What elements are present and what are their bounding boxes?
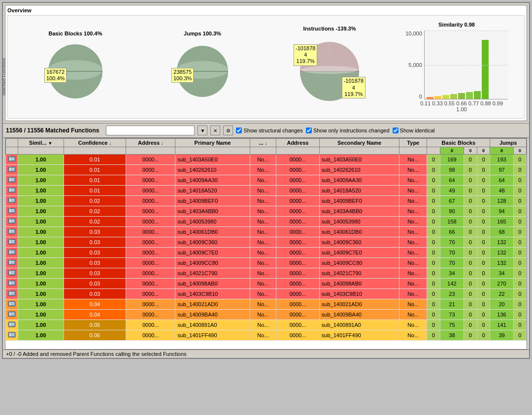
- address1-cell: 0000...: [126, 330, 175, 341]
- conf-cell: 0.02: [64, 206, 126, 217]
- settings-button[interactable]: ⚙: [223, 126, 233, 135]
- table-row[interactable]: 1.000.010000...sub_1403A50E0No...0000...…: [6, 155, 527, 165]
- svg-rect-13: [12, 159, 14, 160]
- instructions-changed-checkbox[interactable]: [306, 128, 312, 133]
- address2-cell: 0000...: [276, 155, 320, 165]
- address2-cell: 0000...: [276, 258, 320, 268]
- address1-cell: 0000...: [126, 227, 175, 237]
- table-row[interactable]: 1.000.060000...sub_1401FF490No...0000...…: [6, 330, 527, 341]
- bb-cell-0: 0: [427, 279, 440, 289]
- bb-cell-3: 0: [477, 248, 490, 258]
- table-row[interactable]: 1.000.020000...sub_1403A4BB0No...0000...…: [6, 206, 527, 217]
- col-jumps[interactable]: Jumps: [490, 139, 527, 147]
- table-row[interactable]: 1.000.030000...sub_14009C360No...0000...…: [6, 237, 527, 248]
- table-row[interactable]: 1.000.010000...sub_14018A520No...0000...…: [6, 186, 527, 196]
- table-row[interactable]: 1.000.020000...sub_140053980No...0000...…: [6, 217, 527, 227]
- sim-cell: 1.00: [18, 248, 64, 258]
- jumps-label: 238575 100.3%: [171, 68, 194, 83]
- show-identical-label[interactable]: Show identical: [393, 128, 435, 133]
- y-label-mid: 5,000: [405, 62, 422, 68]
- bb-cell-1: 23: [440, 289, 464, 299]
- clear-button[interactable]: ✕: [210, 126, 220, 135]
- table-container[interactable]: Simil... ▼ Confidence ↓ Address ↓ Primar…: [5, 138, 527, 350]
- address1-cell: 0000...: [126, 279, 175, 289]
- address2-cell: 0000...: [276, 310, 320, 320]
- structural-changes-checkbox[interactable]: [236, 128, 242, 133]
- row-icon-cell: [6, 248, 18, 258]
- show-identical-checkbox[interactable]: [393, 128, 399, 133]
- bb-cell-2: 0: [464, 237, 477, 248]
- sim-cell: 1.00: [18, 227, 64, 237]
- svg-rect-97: [12, 333, 14, 334]
- table-row[interactable]: 1.000.010000...sub_140262610No...0000...…: [6, 165, 527, 175]
- svg-rect-96: [9, 333, 11, 336]
- structural-changes-text: Show structural changes: [243, 128, 302, 133]
- col-secondary-name[interactable]: Secondary Name: [319, 139, 399, 147]
- col-ellipsis[interactable]: ... ↓: [250, 139, 276, 147]
- type-cell: No...: [399, 310, 427, 320]
- col-primary-name[interactable]: Primary Name: [175, 139, 250, 147]
- table-subheader-row: 0 0 0 0 0: [6, 147, 527, 155]
- instructions-changed-label[interactable]: Show only instructions changed: [306, 128, 390, 133]
- conf-cell: 0.03: [64, 237, 126, 248]
- sub-bb3: 0: [464, 147, 477, 155]
- type-cell: No...: [399, 258, 427, 268]
- svg-point-64: [9, 259, 10, 260]
- row-icon-cell: [6, 206, 18, 217]
- svg-point-29: [9, 187, 10, 188]
- col-type[interactable]: Type: [399, 139, 427, 147]
- svg-rect-38: [12, 211, 14, 212]
- jump-cell-1: 0: [513, 279, 526, 289]
- primary-name-cell: sub_140021AD0: [175, 299, 250, 310]
- table-row[interactable]: 1.000.010000...sub_14009AA30No...0000...…: [6, 175, 527, 186]
- jump-cell-0: 20: [490, 299, 513, 310]
- table-row[interactable]: 1.000.040000...sub_140021AD0No...0000...…: [6, 299, 527, 310]
- table-row[interactable]: 1.000.050000...sub_1400891A0No...0000...…: [6, 320, 527, 330]
- col-address1[interactable]: Address ↓: [126, 139, 175, 147]
- sim-cell: 1.00: [18, 258, 64, 268]
- table-row[interactable]: 1.000.030000...sub_14009CC80No...0000...…: [6, 258, 527, 268]
- bb-cell-3: 0: [477, 320, 490, 330]
- type-cell: No...: [399, 279, 427, 289]
- table-row[interactable]: 1.000.030000...sub_14009C7E0No...0000...…: [6, 248, 527, 258]
- table-row[interactable]: 1.000.020000...sub_14009BEF0No...0000...…: [6, 196, 527, 206]
- svg-point-39: [9, 207, 10, 209]
- table-row[interactable]: 1.000.040000...sub_14009BA40No...0000...…: [6, 310, 527, 320]
- main-container: Overview Basic Blocks 100.4% 167672 100.…: [2, 2, 530, 359]
- secondary-name-cell: sub_140021AD0: [319, 299, 399, 310]
- secondary-name-cell: sub_1403A4BB0: [319, 206, 399, 217]
- ellipsis-cell: No...: [250, 279, 276, 289]
- table-row[interactable]: 1.000.030000...sub_14021C790No...0000...…: [6, 268, 527, 279]
- dropdown-button[interactable]: ▼: [198, 126, 207, 135]
- svg-rect-23: [12, 180, 14, 181]
- col-similarity[interactable]: Simil... ▼: [18, 139, 64, 147]
- bb-cell-1: 158: [440, 217, 464, 227]
- sim-cell: 1.00: [18, 330, 64, 341]
- table-row[interactable]: 1.000.030000...sub_1403C9B10No...0000...…: [6, 289, 527, 299]
- bb-cell-2: 0: [464, 165, 477, 175]
- col-address2[interactable]: Address: [276, 139, 320, 147]
- jump-cell-0: 97: [490, 165, 513, 175]
- basic-blocks-circle: 167672 100.4%: [43, 39, 107, 103]
- col-basic-blocks[interactable]: Basic Blocks: [427, 139, 490, 147]
- sim-cell: 1.00: [18, 279, 64, 289]
- ellipsis-cell: No...: [250, 186, 276, 196]
- table-row[interactable]: 1.000.030000...sub_140061DB0No...0000...…: [6, 227, 527, 237]
- structural-changes-label[interactable]: Show structural changes: [236, 128, 302, 133]
- primary-name-cell: sub_1400891A0: [175, 320, 250, 330]
- ellipsis-cell: No...: [250, 320, 276, 330]
- bb-cell-3: 0: [477, 155, 490, 165]
- table-row[interactable]: 1.000.030000...sub_140098AB0No...0000...…: [6, 279, 527, 289]
- bar-1: [427, 97, 433, 99]
- sub-addr2: [276, 147, 320, 155]
- bb-cell-2: 0: [464, 206, 477, 217]
- jump-cell-1: 0: [513, 237, 526, 248]
- status-text: +0 / -0 Added and removed Parent Functio…: [6, 351, 187, 357]
- sim-cell: 1.00: [18, 299, 64, 310]
- primary-name-cell: sub_14009BEF0: [175, 196, 250, 206]
- primary-name-cell: sub_140098AB0: [175, 279, 250, 289]
- jumps-circle: 238575 100.3%: [170, 39, 234, 103]
- svg-rect-51: [9, 240, 11, 243]
- search-input[interactable]: [106, 126, 195, 135]
- col-confidence[interactable]: Confidence ↓: [64, 139, 126, 147]
